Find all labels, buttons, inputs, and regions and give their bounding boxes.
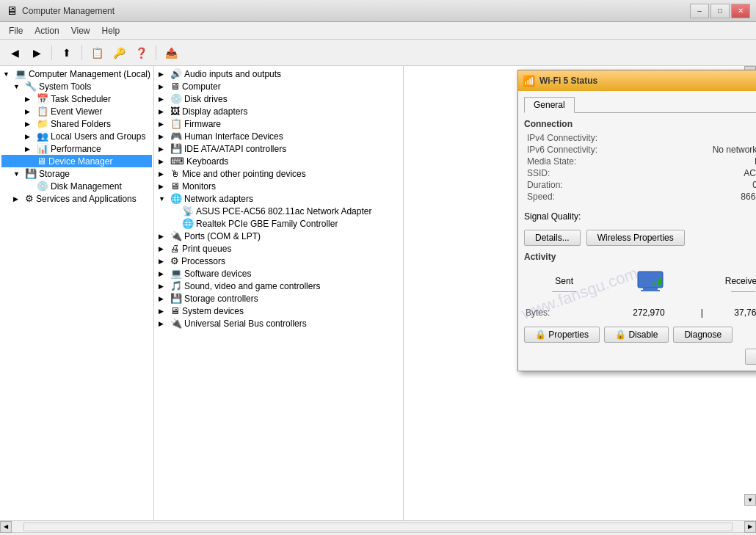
scroll-left-button[interactable]: ◀: [0, 521, 12, 533]
properties-toolbar-button[interactable]: 🔑: [109, 43, 129, 62]
svg-rect-1: [643, 288, 658, 290]
toggle-keyboards[interactable]: ▶: [159, 158, 170, 165]
tab-general[interactable]: General: [524, 97, 575, 113]
menu-file[interactable]: File: [3, 24, 29, 37]
toggle-mice[interactable]: ▶: [159, 170, 170, 178]
right-panel: ▲ ▶ ▼ 📶 Wi-Fi 5 Status ✕ General: [404, 66, 756, 520]
tree-item-network[interactable]: ▼ 🌐 Network adapters: [156, 192, 401, 205]
tree-item-usb[interactable]: ▶ 🔌 Universal Serial Bus controllers: [156, 317, 401, 330]
toggle-computer-mgmt[interactable]: ▼: [3, 70, 15, 78]
label-usb: Universal Serial Bus controllers: [184, 319, 307, 329]
tree-item-processors[interactable]: ▶ ⚙ Processors: [156, 255, 401, 267]
menu-help[interactable]: Help: [96, 24, 126, 37]
toggle-computer[interactable]: ▶: [159, 83, 170, 90]
forward-button[interactable]: ▶: [26, 43, 47, 62]
label-event-viewer: Event Viewer: [51, 106, 102, 117]
toggle-task-scheduler[interactable]: ▶: [25, 95, 37, 103]
toggle-system-tools[interactable]: ▼: [13, 83, 25, 90]
tree-item-computer[interactable]: ▶ 🖥 Computer: [156, 80, 401, 92]
tree-item-disk-drives[interactable]: ▶ 💿 Disk drives: [156, 92, 401, 105]
toggle-local-users[interactable]: ▶: [25, 133, 37, 140]
tree-item-system-devices[interactable]: ▶ 🖥 System devices: [156, 305, 401, 317]
tree-item-realtek[interactable]: 🌐 Realtek PCIe GBE Family Controller: [156, 217, 401, 230]
toggle-event-viewer[interactable]: ▶: [25, 108, 37, 115]
toggle-shared-folders[interactable]: ▶: [25, 120, 37, 128]
toggle-display[interactable]: ▶: [159, 108, 170, 115]
label-processors: Processors: [181, 256, 225, 266]
tree-item-hid[interactable]: ▶ 🎮 Human Interface Devices: [156, 130, 401, 142]
tree-item-audio[interactable]: ▶ 🔊 Audio inputs and outputs: [156, 68, 401, 80]
toggle-audio[interactable]: ▶: [159, 70, 170, 78]
close-button[interactable]: ✕: [731, 4, 750, 18]
up-button[interactable]: ⬆: [57, 43, 77, 62]
dialog-close-button[interactable]: Close: [745, 349, 756, 365]
tree-item-services[interactable]: ▶ ⚙ Services and Applications: [1, 192, 152, 205]
export-button[interactable]: 📤: [161, 43, 181, 62]
toggle-performance[interactable]: ▶: [25, 145, 37, 153]
scroll-right-button[interactable]: ▶: [744, 521, 756, 533]
signal-quality-row: Signal Quality:: [524, 208, 756, 224]
help-toolbar-button[interactable]: ❓: [131, 43, 151, 62]
toggle-print-queues[interactable]: ▶: [159, 245, 170, 252]
show-hide-button[interactable]: 📋: [87, 43, 107, 62]
tree-item-local-users[interactable]: ▶ 👥 Local Users and Groups: [1, 130, 152, 142]
icon-network: 🌐: [170, 193, 182, 204]
label-services: Services and Applications: [36, 194, 137, 204]
field-duration-value: 00:01:57: [627, 179, 756, 191]
tree-item-storage-ctrl[interactable]: ▶ 💾 Storage controllers: [156, 292, 401, 305]
tree-item-event-viewer[interactable]: ▶ 📋 Event Viewer: [1, 105, 152, 117]
table-row: Media State: Enabled: [524, 156, 756, 167]
wireless-properties-button[interactable]: Wireless Properties: [586, 230, 685, 246]
disable-label: Disable: [628, 330, 658, 340]
restore-button[interactable]: □: [710, 4, 730, 18]
details-button[interactable]: Details...: [524, 230, 581, 246]
tree-item-ports[interactable]: ▶ 🔌 Ports (COM & LPT): [156, 230, 401, 242]
toggle-storage-ctrl[interactable]: ▶: [159, 295, 170, 302]
toggle-services[interactable]: ▶: [13, 195, 25, 203]
field-ssid-value: AC87U-5G: [627, 167, 756, 179]
tree-item-keyboards[interactable]: ▶ ⌨ Keyboards: [156, 155, 401, 167]
scrollbar-track[interactable]: [23, 523, 733, 531]
toggle-monitors[interactable]: ▶: [159, 183, 170, 190]
toggle-usb[interactable]: ▶: [159, 320, 170, 327]
toggle-processors[interactable]: ▶: [159, 258, 170, 265]
tree-item-firmware[interactable]: ▶ 📋 Firmware: [156, 117, 401, 130]
tree-item-storage[interactable]: ▼ 💾 Storage: [1, 167, 152, 180]
toggle-disk-drives[interactable]: ▶: [159, 95, 170, 103]
tree-item-mice[interactable]: ▶ 🖱 Mice and other pointing devices: [156, 167, 401, 180]
tree-item-shared-folders[interactable]: ▶ 📁 Shared Folders: [1, 117, 152, 130]
toggle-software-devices[interactable]: ▶: [159, 270, 170, 277]
field-media-value: Enabled: [627, 156, 756, 167]
toggle-system-devices[interactable]: ▶: [159, 307, 170, 315]
toggle-ports[interactable]: ▶: [159, 233, 170, 240]
toggle-network[interactable]: ▼: [159, 195, 170, 203]
toggle-hid[interactable]: ▶: [159, 133, 170, 140]
disable-button[interactable]: 🔒 Disable: [604, 327, 669, 343]
tree-item-print-queues[interactable]: ▶ 🖨 Print queues: [156, 242, 401, 255]
tree-item-sound[interactable]: ▶ 🎵 Sound, video and game controllers: [156, 280, 401, 292]
back-button[interactable]: ◀: [4, 43, 25, 62]
tree-item-computer-mgmt[interactable]: ▼ 💻 Computer Management (Local): [1, 68, 152, 80]
wifi-status-dialog: 📶 Wi-Fi 5 Status ✕ General Connection IP…: [517, 70, 756, 371]
toggle-storage[interactable]: ▼: [13, 170, 25, 178]
tree-item-display[interactable]: ▶ 🖼 Display adapters: [156, 105, 401, 117]
diagnose-button[interactable]: Diagnose: [673, 327, 733, 343]
tree-item-device-manager[interactable]: 🖥 Device Manager: [1, 155, 152, 167]
label-realtek: Realtek PCIe GBE Family Controller: [196, 219, 338, 229]
toggle-firmware[interactable]: ▶: [159, 120, 170, 128]
tree-item-task-scheduler[interactable]: ▶ 📅 Task Scheduler: [1, 92, 152, 105]
tree-item-disk-mgmt[interactable]: 💿 Disk Management: [1, 180, 152, 192]
properties-button[interactable]: 🔒 Properties: [524, 327, 600, 343]
menu-action[interactable]: Action: [29, 24, 65, 37]
tree-item-system-tools[interactable]: ▼ 🔧 System Tools: [1, 80, 152, 92]
toggle-ide[interactable]: ▶: [159, 145, 170, 153]
tree-item-software-devices[interactable]: ▶ 💻 Software devices: [156, 267, 401, 280]
tree-item-monitors[interactable]: ▶ 🖥 Monitors: [156, 180, 401, 192]
tree-item-asus[interactable]: 📡 ASUS PCE-AC56 802.11ac Network Adapter: [156, 205, 401, 217]
tree-item-ide[interactable]: ▶ 💾 IDE ATA/ATAPI controllers: [156, 142, 401, 155]
toggle-sound[interactable]: ▶: [159, 283, 170, 290]
tree-item-performance[interactable]: ▶ 📊 Performance: [1, 142, 152, 155]
minimize-button[interactable]: –: [690, 4, 709, 18]
table-row: Speed: 866.5 Mbps: [524, 191, 756, 203]
menu-view[interactable]: View: [65, 24, 96, 37]
